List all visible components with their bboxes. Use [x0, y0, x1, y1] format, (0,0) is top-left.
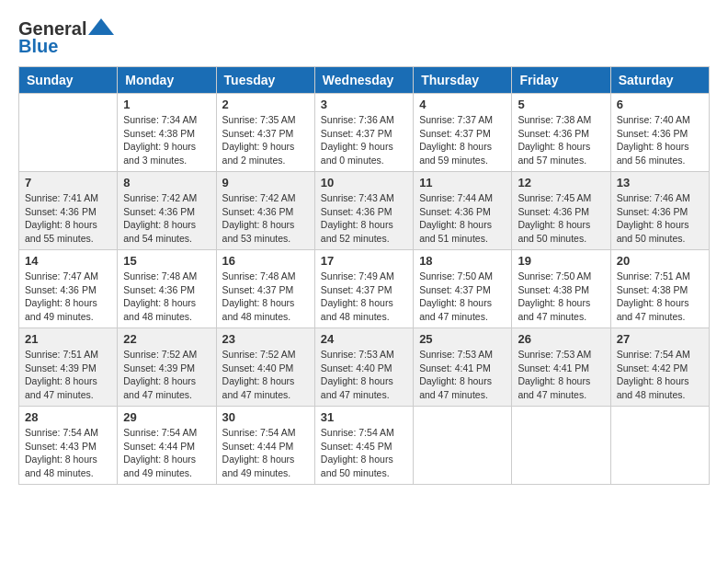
logo-blue-text: Blue — [18, 36, 58, 57]
day-number: 10 — [321, 176, 407, 190]
day-header-saturday: Saturday — [610, 67, 709, 94]
day-number: 5 — [518, 98, 604, 111]
day-number: 21 — [25, 332, 111, 346]
calendar-cell: 26Sunrise: 7:53 AMSunset: 4:41 PMDayligh… — [512, 328, 610, 407]
day-info: Sunrise: 7:34 AMSunset: 4:38 PMDaylight:… — [123, 113, 210, 167]
calendar-cell: 12Sunrise: 7:45 AMSunset: 4:36 PMDayligh… — [512, 172, 610, 250]
day-info: Sunrise: 7:53 AMSunset: 4:41 PMDaylight:… — [518, 348, 604, 402]
day-info: Sunrise: 7:42 AMSunset: 4:36 PMDaylight:… — [222, 191, 309, 246]
calendar-cell: 21Sunrise: 7:51 AMSunset: 4:39 PMDayligh… — [19, 328, 118, 407]
calendar-cell — [512, 407, 610, 485]
day-info: Sunrise: 7:52 AMSunset: 4:39 PMDaylight:… — [123, 348, 210, 402]
svg-marker-0 — [88, 18, 114, 35]
calendar-cell: 13Sunrise: 7:46 AMSunset: 4:36 PMDayligh… — [610, 172, 709, 250]
calendar-cell: 8Sunrise: 7:42 AMSunset: 4:36 PMDaylight… — [118, 172, 216, 250]
calendar-week-4: 21Sunrise: 7:51 AMSunset: 4:39 PMDayligh… — [19, 328, 710, 407]
day-info: Sunrise: 7:48 AMSunset: 4:36 PMDaylight:… — [123, 270, 210, 324]
calendar-cell: 16Sunrise: 7:48 AMSunset: 4:37 PMDayligh… — [216, 250, 314, 328]
day-info: Sunrise: 7:36 AMSunset: 4:37 PMDaylight:… — [321, 113, 407, 167]
logo: General Blue — [18, 18, 116, 57]
logo-icon — [88, 18, 114, 35]
calendar-cell: 25Sunrise: 7:53 AMSunset: 4:41 PMDayligh… — [414, 328, 512, 407]
day-number: 20 — [617, 254, 703, 268]
day-info: Sunrise: 7:47 AMSunset: 4:36 PMDaylight:… — [25, 270, 111, 324]
day-number: 14 — [25, 254, 111, 268]
day-number: 3 — [321, 98, 407, 111]
day-header-sunday: Sunday — [19, 67, 118, 94]
calendar-cell: 31Sunrise: 7:54 AMSunset: 4:45 PMDayligh… — [314, 407, 413, 485]
day-info: Sunrise: 7:45 AMSunset: 4:36 PMDaylight:… — [518, 191, 604, 246]
day-info: Sunrise: 7:50 AMSunset: 4:37 PMDaylight:… — [419, 270, 506, 324]
calendar-header-row: SundayMondayTuesdayWednesdayThursdayFrid… — [19, 67, 710, 94]
day-number: 27 — [617, 332, 703, 346]
calendar-cell: 30Sunrise: 7:54 AMSunset: 4:44 PMDayligh… — [216, 407, 314, 485]
day-number: 29 — [123, 410, 210, 424]
day-info: Sunrise: 7:54 AMSunset: 4:44 PMDaylight:… — [123, 426, 210, 480]
day-number: 9 — [222, 176, 309, 190]
day-number: 8 — [123, 176, 210, 190]
day-number: 28 — [25, 410, 111, 424]
calendar-week-3: 14Sunrise: 7:47 AMSunset: 4:36 PMDayligh… — [19, 250, 710, 328]
day-info: Sunrise: 7:43 AMSunset: 4:36 PMDaylight:… — [321, 191, 407, 246]
calendar-cell — [414, 407, 512, 485]
calendar-cell: 23Sunrise: 7:52 AMSunset: 4:40 PMDayligh… — [216, 328, 314, 407]
calendar-cell: 2Sunrise: 7:35 AMSunset: 4:37 PMDaylight… — [216, 94, 314, 172]
calendar-cell: 22Sunrise: 7:52 AMSunset: 4:39 PMDayligh… — [118, 328, 216, 407]
day-number: 6 — [617, 98, 703, 111]
day-header-thursday: Thursday — [414, 67, 512, 94]
calendar-week-2: 7Sunrise: 7:41 AMSunset: 4:36 PMDaylight… — [19, 172, 710, 250]
day-number: 16 — [222, 254, 309, 268]
day-number: 30 — [222, 410, 309, 424]
calendar-cell: 7Sunrise: 7:41 AMSunset: 4:36 PMDaylight… — [19, 172, 118, 250]
day-info: Sunrise: 7:54 AMSunset: 4:43 PMDaylight:… — [25, 426, 111, 480]
day-info: Sunrise: 7:49 AMSunset: 4:37 PMDaylight:… — [321, 270, 407, 324]
day-number: 31 — [321, 410, 407, 424]
day-header-tuesday: Tuesday — [216, 67, 314, 94]
day-number: 19 — [518, 254, 604, 268]
day-number: 17 — [321, 254, 407, 268]
day-info: Sunrise: 7:54 AMSunset: 4:45 PMDaylight:… — [321, 426, 407, 480]
day-info: Sunrise: 7:44 AMSunset: 4:36 PMDaylight:… — [419, 191, 506, 246]
day-info: Sunrise: 7:54 AMSunset: 4:42 PMDaylight:… — [617, 348, 703, 402]
day-info: Sunrise: 7:51 AMSunset: 4:39 PMDaylight:… — [25, 348, 111, 402]
calendar-week-5: 28Sunrise: 7:54 AMSunset: 4:43 PMDayligh… — [19, 407, 710, 485]
day-info: Sunrise: 7:53 AMSunset: 4:41 PMDaylight:… — [419, 348, 506, 402]
day-number: 25 — [419, 332, 506, 346]
day-number: 13 — [617, 176, 703, 190]
day-header-wednesday: Wednesday — [314, 67, 413, 94]
day-info: Sunrise: 7:48 AMSunset: 4:37 PMDaylight:… — [222, 270, 309, 324]
calendar-cell: 3Sunrise: 7:36 AMSunset: 4:37 PMDaylight… — [314, 94, 413, 172]
day-number: 11 — [419, 176, 506, 190]
day-info: Sunrise: 7:37 AMSunset: 4:37 PMDaylight:… — [419, 113, 506, 167]
calendar-cell: 29Sunrise: 7:54 AMSunset: 4:44 PMDayligh… — [118, 407, 216, 485]
day-info: Sunrise: 7:52 AMSunset: 4:40 PMDaylight:… — [222, 348, 309, 402]
calendar-cell: 19Sunrise: 7:50 AMSunset: 4:38 PMDayligh… — [512, 250, 610, 328]
day-info: Sunrise: 7:35 AMSunset: 4:37 PMDaylight:… — [222, 113, 309, 167]
day-info: Sunrise: 7:53 AMSunset: 4:40 PMDaylight:… — [321, 348, 407, 402]
calendar-cell: 24Sunrise: 7:53 AMSunset: 4:40 PMDayligh… — [314, 328, 413, 407]
day-info: Sunrise: 7:46 AMSunset: 4:36 PMDaylight:… — [617, 191, 703, 246]
day-info: Sunrise: 7:38 AMSunset: 4:36 PMDaylight:… — [518, 113, 604, 167]
day-number: 7 — [25, 176, 111, 190]
day-number: 26 — [518, 332, 604, 346]
page-header: General Blue — [18, 18, 710, 57]
calendar-cell: 5Sunrise: 7:38 AMSunset: 4:36 PMDaylight… — [512, 94, 610, 172]
calendar-cell: 9Sunrise: 7:42 AMSunset: 4:36 PMDaylight… — [216, 172, 314, 250]
calendar-cell: 27Sunrise: 7:54 AMSunset: 4:42 PMDayligh… — [610, 328, 709, 407]
day-number: 12 — [518, 176, 604, 190]
calendar-cell: 10Sunrise: 7:43 AMSunset: 4:36 PMDayligh… — [314, 172, 413, 250]
day-number: 15 — [123, 254, 210, 268]
day-header-monday: Monday — [118, 67, 216, 94]
day-number: 4 — [419, 98, 506, 111]
calendar-cell: 20Sunrise: 7:51 AMSunset: 4:38 PMDayligh… — [610, 250, 709, 328]
day-number: 2 — [222, 98, 309, 111]
calendar-cell: 18Sunrise: 7:50 AMSunset: 4:37 PMDayligh… — [414, 250, 512, 328]
calendar-cell: 4Sunrise: 7:37 AMSunset: 4:37 PMDaylight… — [414, 94, 512, 172]
calendar-week-1: 1Sunrise: 7:34 AMSunset: 4:38 PMDaylight… — [19, 94, 710, 172]
day-number: 18 — [419, 254, 506, 268]
calendar-cell — [610, 407, 709, 485]
calendar-cell: 11Sunrise: 7:44 AMSunset: 4:36 PMDayligh… — [414, 172, 512, 250]
calendar-cell: 6Sunrise: 7:40 AMSunset: 4:36 PMDaylight… — [610, 94, 709, 172]
day-info: Sunrise: 7:54 AMSunset: 4:44 PMDaylight:… — [222, 426, 309, 480]
calendar-cell: 14Sunrise: 7:47 AMSunset: 4:36 PMDayligh… — [19, 250, 118, 328]
